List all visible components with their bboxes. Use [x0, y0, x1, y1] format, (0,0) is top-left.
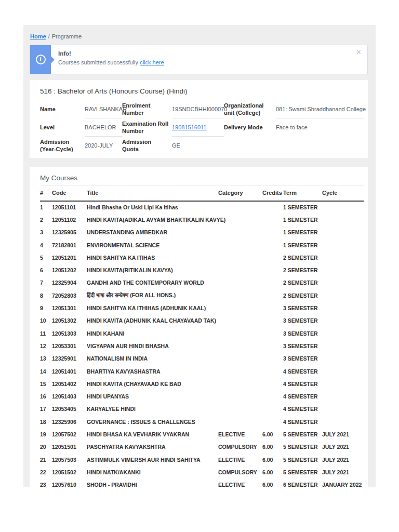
detail-value: 19081516011 [172, 118, 224, 137]
cell-cycle: JULY 2021 [322, 441, 364, 453]
cell-cycle [322, 314, 364, 327]
cell-term: 4 SEMESTER [283, 378, 322, 390]
cell-credits [262, 378, 283, 390]
cell-code: 12057503 [52, 453, 87, 466]
cell-num: 16 [40, 390, 52, 403]
column-header-term: Term [283, 185, 322, 201]
cell-title: HINDI KAVITA (CHAYAVAAD KE BAD [87, 378, 218, 390]
courses-card: My Courses #CodeTitleCategoryCreditsTerm… [30, 167, 368, 488]
cell-num: 11 [40, 327, 52, 339]
column-header-num: # [40, 185, 52, 201]
cell-code: 12057610 [52, 478, 87, 487]
cell-num: 15 [40, 378, 52, 390]
cell-term: 1 SEMESTER [283, 226, 322, 238]
cell-category [218, 403, 262, 415]
alert-message-text: Courses submitted successfully [58, 59, 138, 65]
programme-title: 516 : Bachelor of Arts (Honours Course) … [40, 87, 364, 95]
table-row: 1912057502HINDI BHASA KA VEVHARIK VYAKRA… [40, 428, 364, 441]
cell-num: 18 [40, 416, 52, 428]
info-icon: i [36, 55, 46, 64]
table-row: 872052803हिंदी भाषा और सम्प्रेषण (FOR AL… [40, 289, 364, 302]
cell-category [218, 340, 262, 352]
cell-category [218, 201, 262, 214]
cell-credits [262, 390, 283, 403]
cell-cycle [322, 214, 364, 226]
cell-term: 3 SEMESTER [283, 352, 322, 365]
cell-title: HINDI BHASA KA VEVHARIK VYAKRAN [87, 428, 218, 441]
table-row: 1712053405KARYALYEE HINDI4 SEMESTER [40, 403, 364, 415]
programme-detail-row: Admission (Year-Cycle)2020-JULYAdmission… [40, 137, 364, 155]
cell-code: 72052803 [52, 289, 87, 302]
cell-cycle [322, 238, 364, 251]
alert-message: Courses submitted successfully click her… [58, 59, 360, 65]
column-header-cycle: Cycle [322, 185, 364, 201]
table-row: 1812325906GOVERNANCE : ISSUES & CHALLENG… [40, 416, 364, 428]
table-row: 312325905UNDERSTANDING AMBEDKAR1 SEMESTE… [40, 226, 364, 238]
cell-cycle [322, 403, 364, 415]
cell-category: ELECTIVE [218, 453, 262, 466]
exam-roll-number-link[interactable]: 19081516011 [172, 124, 206, 130]
cell-credits: 6.00 [262, 466, 283, 478]
cell-category: COMPULSORY [218, 466, 262, 478]
table-row: 1412051401BHARTIYA KAVYASHASTRA4 SEMESTE… [40, 365, 364, 377]
cell-term: 1 SEMESTER [283, 238, 322, 251]
cell-cycle [322, 226, 364, 238]
cell-num: 22 [40, 466, 52, 478]
cell-category [218, 238, 262, 251]
cell-term: 4 SEMESTER [283, 390, 322, 403]
detail-label: Name [40, 100, 85, 118]
cell-credits [262, 251, 283, 264]
cell-cycle [322, 365, 364, 377]
cell-num: 1 [40, 201, 52, 214]
cell-code: 12051301 [52, 302, 87, 314]
table-row: 472182801ENVIRONMENTAL SCIENCE1 SEMESTER [40, 238, 364, 251]
cell-cycle: JANUARY 2022 [322, 478, 364, 487]
cell-cycle [322, 327, 364, 339]
breadcrumb-separator: / [48, 33, 50, 39]
detail-value: RAVI SHANKAR [85, 100, 122, 118]
table-row: 612051202HINDI KAVITA(RITIKALIN KAVYA)2 … [40, 264, 364, 276]
detail-value: BACHELOR [85, 118, 122, 137]
cell-code: 12057502 [52, 428, 87, 441]
cell-code: 12051302 [52, 314, 87, 327]
cell-num: 7 [40, 276, 52, 289]
close-icon[interactable]: × [356, 48, 361, 57]
detail-empty-cell [276, 137, 364, 155]
cell-code: 12051403 [52, 390, 87, 403]
cell-code: 12325904 [52, 276, 87, 289]
cell-code: 12051101 [52, 201, 87, 214]
cell-cycle [322, 302, 364, 314]
cell-cycle: JULY 2021 [322, 428, 364, 441]
alert-click-here-link[interactable]: click here [140, 59, 164, 65]
cell-code: 12051501 [52, 441, 87, 453]
detail-value: 19SNDCBHHI000070 [172, 100, 224, 118]
cell-num: 6 [40, 264, 52, 276]
table-row: 912051301HINDI SAHITYA KA ITHIHAS (ADHUN… [40, 302, 364, 314]
courses-table: #CodeTitleCategoryCreditsTermCycle 11205… [40, 185, 364, 488]
detail-label: Examination Roll Number [122, 118, 172, 137]
cell-code: 12051102 [52, 214, 87, 226]
breadcrumb: Home/Programme [30, 25, 368, 45]
cell-term: 5 SEMESTER [283, 466, 322, 478]
cell-title: HINDI SAHITYA KA ITHIHAS (ADHUNIK KAAL) [87, 302, 218, 314]
table-row: 2112057503ASTIMMULK VIMERSH AUR HINDI SA… [40, 453, 364, 466]
programme-detail-row: LevelBACHELORExamination Roll Number1908… [40, 118, 364, 137]
cell-term: 3 SEMESTER [283, 327, 322, 339]
cell-category [218, 251, 262, 264]
cell-cycle [322, 378, 364, 390]
cell-credits [262, 201, 283, 214]
cell-term: 5 SEMESTER [283, 441, 322, 453]
cell-category [218, 365, 262, 377]
cell-category: ELECTIVE [218, 428, 262, 441]
cell-term: 5 SEMESTER [283, 453, 322, 466]
detail-value: 081: Swami Shraddhanand College [276, 100, 364, 118]
cell-num: 23 [40, 478, 52, 487]
cell-category [218, 276, 262, 289]
breadcrumb-home-link[interactable]: Home [30, 33, 46, 39]
cell-category: COMPULSORY [218, 441, 262, 453]
cell-title: HINDI KAVITA(RITIKALIN KAVYA) [87, 264, 218, 276]
cell-cycle: JULY 2021 [322, 466, 364, 478]
info-alert-accent-box: i [30, 45, 51, 74]
cell-credits [262, 314, 283, 327]
cell-cycle [322, 201, 364, 214]
